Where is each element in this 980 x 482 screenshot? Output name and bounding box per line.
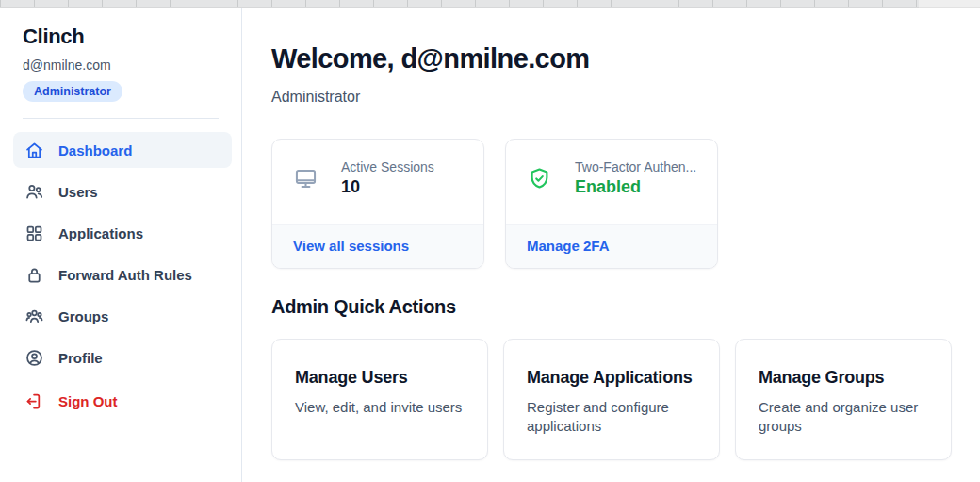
shield-check-icon	[527, 166, 552, 191]
main-content: Welcome, d@nmilne.com Administrator Acti…	[242, 8, 980, 482]
sidebar-item-label: Groups	[58, 308, 108, 324]
stat-card-footer: Manage 2FA	[506, 224, 717, 268]
stat-card-footer: View all sessions	[272, 224, 483, 268]
stat-text: Active Sessions 10	[341, 159, 434, 197]
app-logo-text: Clinch	[23, 25, 219, 49]
quick-card-description: Create and organize user groups	[759, 398, 928, 437]
sidebar-nav: Dashboard Users Applications Forward Aut…	[13, 132, 232, 419]
sidebar-item-forward-auth-rules[interactable]: Forward Auth Rules	[13, 257, 232, 292]
sidebar-item-label: Users	[58, 184, 98, 200]
sidebar-item-groups[interactable]: Groups	[13, 298, 232, 334]
stat-label: Active Sessions	[341, 159, 434, 175]
stat-card-body: Two-Factor Authen... Enabled	[506, 140, 717, 224]
sidebar-item-dashboard[interactable]: Dashboard	[13, 132, 232, 168]
quick-card-description: Register and configure applications	[527, 398, 696, 437]
active-sessions-card: Active Sessions 10 View all sessions	[271, 139, 484, 269]
logout-icon	[24, 391, 44, 411]
sidebar-item-sign-out[interactable]: Sign Out	[13, 383, 232, 419]
stat-label: Two-Factor Authen...	[575, 159, 696, 175]
stat-card-body: Active Sessions 10	[272, 140, 483, 224]
stat-text: Two-Factor Authen... Enabled	[575, 159, 696, 197]
tab-strip-ticks	[0, 0, 919, 8]
tab-strip-empty	[919, 0, 980, 8]
sidebar-item-users[interactable]: Users	[13, 174, 232, 209]
stats-row: Active Sessions 10 View all sessions	[271, 139, 980, 269]
sidebar-divider	[23, 118, 219, 119]
page-subtitle: Administrator	[271, 89, 980, 106]
sidebar-item-label: Sign Out	[58, 393, 118, 409]
monitor-icon	[293, 166, 318, 191]
sidebar-item-profile[interactable]: Profile	[13, 340, 232, 375]
stat-value: 10	[341, 177, 434, 197]
groups-icon	[24, 307, 44, 326]
sidebar-item-label: Dashboard	[58, 142, 132, 158]
home-icon	[24, 141, 44, 160]
profile-circle-icon	[24, 348, 44, 368]
sidebar-item-label: Forward Auth Rules	[58, 267, 192, 283]
browser-tab-strip	[0, 0, 980, 8]
quick-actions-row: Manage Users View, edit, and invite user…	[271, 339, 980, 460]
manage-users-card[interactable]: Manage Users View, edit, and invite user…	[271, 339, 488, 460]
users-icon	[24, 182, 44, 202]
manage-applications-card[interactable]: Manage Applications Register and configu…	[503, 339, 720, 460]
user-email: d@nmilne.com	[23, 58, 219, 73]
sidebar-item-label: Applications	[58, 225, 143, 241]
quick-card-title: Manage Groups	[759, 368, 928, 388]
sidebar-item-label: Profile	[58, 350, 103, 366]
page-title: Welcome, d@nmilne.com	[271, 43, 980, 75]
lock-icon	[24, 265, 44, 285]
sidebar-item-applications[interactable]: Applications	[13, 215, 232, 251]
manage-groups-card[interactable]: Manage Groups Create and organize user g…	[735, 339, 952, 460]
view-all-sessions-link[interactable]: View all sessions	[293, 238, 409, 254]
manage-2fa-link[interactable]: Manage 2FA	[527, 238, 610, 254]
quick-actions-heading: Admin Quick Actions	[271, 296, 980, 318]
two-factor-card: Two-Factor Authen... Enabled Manage 2FA	[505, 139, 718, 269]
sidebar: Clinch d@nmilne.com Administrator Dashbo…	[0, 8, 242, 482]
app-layout: Clinch d@nmilne.com Administrator Dashbo…	[0, 8, 980, 482]
quick-card-title: Manage Applications	[527, 368, 696, 388]
quick-card-description: View, edit, and invite users	[295, 398, 465, 417]
stat-value: Enabled	[575, 177, 696, 197]
quick-card-title: Manage Users	[295, 368, 465, 388]
role-badge: Administrator	[23, 81, 122, 102]
grid-icon	[24, 224, 44, 243]
